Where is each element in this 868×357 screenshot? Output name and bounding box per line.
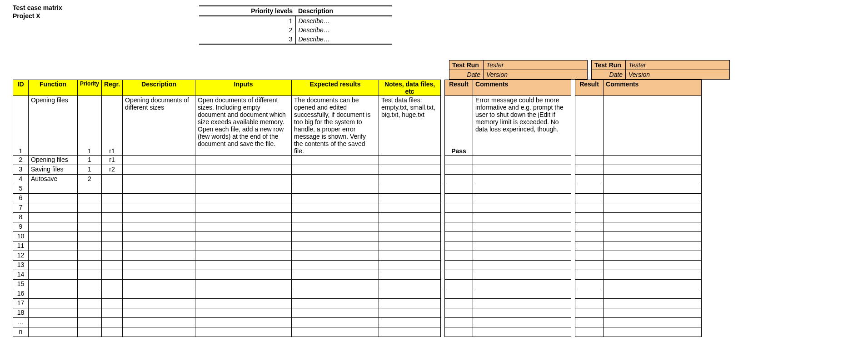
cell-comments2 (604, 270, 702, 280)
table-row: 7 (13, 203, 702, 213)
cell-comments2 (604, 318, 702, 327)
cell-result2 (575, 270, 604, 280)
run1-date-label: Date (449, 70, 484, 80)
cell-inputs (195, 232, 292, 241)
table-row: 18 (13, 308, 702, 318)
table-row: 2Opening files1r1 (13, 156, 702, 165)
cell-desc: Opening documents of different sizes (123, 96, 195, 156)
cell-priority (78, 261, 102, 270)
cell-inputs (195, 165, 292, 175)
cell-priority (78, 241, 102, 251)
cell-id: 2 (13, 156, 29, 165)
cell-function (29, 232, 78, 241)
cell-notes (379, 213, 441, 222)
cell-comments (473, 203, 571, 213)
cell-result2 (575, 241, 604, 251)
cell-desc (123, 289, 195, 299)
cell-spacer (571, 251, 575, 261)
cell-desc (123, 156, 195, 165)
cell-comments2 (604, 251, 702, 261)
cell-expected (292, 175, 379, 184)
cell-regr (102, 194, 123, 203)
cell-desc (123, 327, 195, 337)
cell-notes (379, 175, 441, 184)
col-regr: Regr. (102, 80, 123, 96)
cell-desc (123, 251, 195, 261)
cell-expected (292, 203, 379, 213)
cell-inputs (195, 222, 292, 232)
cell-result (445, 222, 473, 232)
cell-result2 (575, 96, 604, 156)
cell-spacer (441, 299, 445, 308)
cell-result2 (575, 308, 604, 318)
cell-expected (292, 270, 379, 280)
cell-spacer (571, 241, 575, 251)
table-row: … (13, 318, 702, 327)
cell-result2 (575, 165, 604, 175)
cell-id: 8 (13, 213, 29, 222)
cell-comments (473, 289, 571, 299)
cell-priority (78, 270, 102, 280)
cell-result2 (575, 203, 604, 213)
cell-result2 (575, 280, 604, 289)
cell-function: Saving files (29, 165, 78, 175)
cell-result2 (575, 194, 604, 203)
cell-comments2 (604, 299, 702, 308)
cell-comments (473, 308, 571, 318)
cell-id: 7 (13, 203, 29, 213)
table-row: 13 (13, 261, 702, 270)
cell-notes (379, 165, 441, 175)
cell-function (29, 261, 78, 270)
col-inputs: Inputs (195, 80, 292, 96)
cell-result (445, 327, 473, 337)
cell-comments2 (604, 203, 702, 213)
cell-desc (123, 299, 195, 308)
cell-notes (379, 232, 441, 241)
cell-desc (123, 318, 195, 327)
cell-spacer (441, 165, 445, 175)
cell-regr (102, 308, 123, 318)
priority-levels-table: Priority levels Description 1 Describe… … (199, 5, 392, 45)
cell-result (445, 299, 473, 308)
cell-spacer (441, 318, 445, 327)
cell-regr: r2 (102, 165, 123, 175)
table-row: 16 (13, 289, 702, 299)
cell-desc (123, 165, 195, 175)
cell-comments2 (604, 156, 702, 165)
cell-priority (78, 232, 102, 241)
cell-spacer (571, 194, 575, 203)
cell-function (29, 280, 78, 289)
doc-title: Test case matrix (13, 4, 855, 12)
cell-expected (292, 156, 379, 165)
cell-inputs (195, 318, 292, 327)
priority-levels-desc-header: Description (295, 6, 392, 16)
col-desc: Description (123, 80, 195, 96)
cell-regr (102, 251, 123, 261)
cell-id: 1 (13, 96, 29, 156)
cell-notes (379, 280, 441, 289)
cell-inputs (195, 251, 292, 261)
cell-function: Opening files (29, 156, 78, 165)
cell-comments (473, 213, 571, 222)
cell-id: 13 (13, 261, 29, 270)
cell-function (29, 194, 78, 203)
cell-regr (102, 213, 123, 222)
table-row: 14 (13, 270, 702, 280)
table-row: 8 (13, 213, 702, 222)
cell-notes: Test data files: empty.txt, small.txt, b… (379, 96, 441, 156)
cell-comments (473, 194, 571, 203)
cell-comments (473, 232, 571, 241)
cell-expected (292, 327, 379, 337)
table-row: 9 (13, 222, 702, 232)
cell-comments2 (604, 327, 702, 337)
cell-function (29, 299, 78, 308)
cell-expected (292, 299, 379, 308)
cell-inputs (195, 175, 292, 184)
cell-result (445, 280, 473, 289)
cell-priority (78, 251, 102, 261)
cell-spacer (571, 270, 575, 280)
cell-result (445, 308, 473, 318)
cell-result: Pass (445, 96, 473, 156)
cell-spacer (571, 232, 575, 241)
cell-id: 6 (13, 194, 29, 203)
